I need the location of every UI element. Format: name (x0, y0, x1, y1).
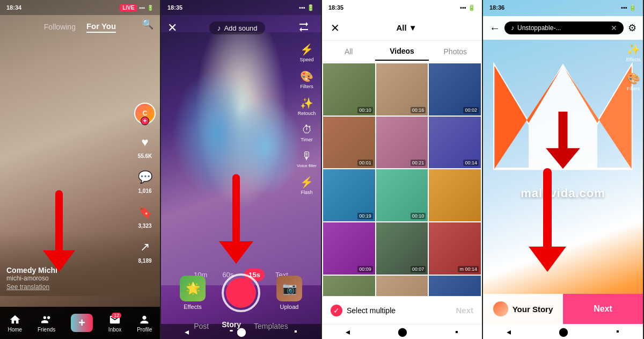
record-button[interactable] (222, 273, 260, 312)
status-icons-p4: ▪▪▪ 🔋 (621, 4, 636, 11)
add-video-button[interactable]: + (71, 314, 93, 332)
tab-templates[interactable]: Templates (254, 322, 288, 330)
nav-following[interactable]: Following (44, 23, 76, 31)
add-sound-label: Add sound (224, 24, 257, 32)
nav-home[interactable]: Home (8, 314, 22, 333)
comment-button[interactable]: 💬 1,016 (135, 168, 155, 194)
effects-button[interactable]: 🌟 Effects (180, 276, 206, 310)
nav-profile[interactable]: Profile (137, 314, 152, 333)
close-camera-button[interactable]: ✕ (167, 21, 177, 35)
gallery-thumb-4[interactable]: 00:21 (376, 117, 428, 169)
nav-square-p3[interactable]: ▪ (455, 327, 458, 337)
gallery-thumb-9[interactable]: 00:09 (323, 222, 375, 275)
svg-marker-12 (529, 247, 566, 272)
gallery-thumb-5[interactable]: 00:14 (429, 117, 481, 169)
close-gallery-button[interactable]: ✕ (331, 21, 340, 34)
filters-tool[interactable]: 🎨 Filters (300, 70, 313, 89)
comment-count: 1,016 (138, 188, 151, 194)
music-pill[interactable]: ♪ Unstoppable-... ✕ (504, 21, 624, 34)
bookmark-button[interactable]: 🔖 3,323 (135, 203, 155, 229)
gallery-grid: 00:1000:1600:0200:0100:2100:1400:1900:10… (322, 62, 482, 328)
story-icon (493, 301, 508, 316)
malavida-top-nav: ← ♪ Unstoppable-... ✕ ⚙ (483, 16, 643, 40)
retouch-tool[interactable]: ✨ Retouch (298, 97, 316, 116)
filters-label-p4: Filters (627, 86, 640, 91)
voice-filter-tool[interactable]: 🎙 Voice filter (297, 150, 317, 168)
camera-controls: 🌟 Effects 📷 Upload (161, 273, 321, 312)
tab-story[interactable]: Story (222, 320, 241, 331)
top-navigation: Following For You (0, 15, 160, 39)
nav-home-p3[interactable]: ⬤ (398, 327, 407, 337)
share-count: 8,189 (138, 258, 151, 264)
gallery-thumb-7[interactable]: 00:10 (376, 169, 428, 221)
nav-home-p4[interactable]: ⬤ (559, 327, 568, 337)
nav-foryou[interactable]: For You (86, 21, 116, 33)
speed-tool[interactable]: ⚡ Speed (300, 43, 314, 62)
add-sound-button[interactable]: ♪ Add sound (209, 21, 265, 34)
bookmark-icon: 🔖 (135, 203, 155, 222)
malavida-brand-text: malavida.com (521, 186, 605, 200)
speed-label: Speed (300, 57, 314, 62)
nav-back-p3[interactable]: ◂ (346, 327, 350, 337)
next-button-p4[interactable]: Next (563, 294, 643, 324)
select-multiple-button[interactable]: ✓ Select multiple (331, 305, 396, 316)
chevron-down-icon: ▼ (409, 23, 417, 32)
bottom-navigation: Home Friends + 12 Inbox Profile (0, 307, 160, 339)
gallery-thumb-0[interactable]: 00:10 (323, 63, 375, 116)
like-count: 55.6K (138, 153, 152, 159)
gallery-thumb-6[interactable]: 00:19 (323, 169, 375, 221)
translate-button[interactable]: See translation (6, 283, 57, 291)
upload-button[interactable]: 📷 Upload (276, 276, 302, 310)
tab-photos[interactable]: Photos (429, 47, 482, 60)
thumb-duration-4: 00:21 (411, 160, 426, 166)
gallery-thumb-11[interactable]: m 00:14 (429, 222, 481, 275)
gallery-thumb-8[interactable] (429, 169, 481, 221)
effects-icon: 🌟 (180, 276, 206, 301)
gallery-tabs: All Videos Photos (322, 41, 482, 62)
select-multiple-label: Select multiple (347, 306, 396, 315)
filters-tool-p4[interactable]: 🎨 Filters (627, 72, 640, 91)
live-badge: LIVE (120, 4, 137, 11)
follow-plus-icon: + (141, 117, 149, 125)
gallery-filter-selector[interactable]: All ▼ (396, 23, 416, 32)
share-button[interactable]: ↗ 8,189 (135, 237, 155, 264)
nav-back-p4[interactable]: ◂ (507, 327, 511, 337)
video-handle: michi-amoroso (6, 275, 57, 282)
nav-friends[interactable]: Friends (38, 314, 55, 333)
timer-tool[interactable]: ⏱ Timer (301, 124, 313, 142)
nav-inbox[interactable]: 12 Inbox (108, 314, 121, 333)
flash-tool[interactable]: ⚡ Flash (300, 176, 313, 195)
flip-top-icon[interactable] (297, 20, 314, 35)
music-close-icon[interactable]: ✕ (611, 24, 617, 32)
check-icon: ✓ (331, 305, 342, 316)
search-icon[interactable]: 🔍 (142, 18, 153, 30)
next-button-p3[interactable]: Next (456, 306, 473, 315)
settings-icon[interactable]: ⚙ (628, 22, 636, 34)
malavida-right-tools: ✨ Effects 🎨 Filters (626, 43, 641, 91)
like-button[interactable]: ♥ 55.6K (135, 133, 155, 159)
your-story-button[interactable]: Your Story (483, 301, 563, 316)
avatar: C + (134, 103, 156, 124)
gallery-thumb-3[interactable]: 00:01 (323, 117, 375, 169)
effects-label-p4: Effects (626, 57, 641, 62)
tab-all[interactable]: All (322, 47, 375, 60)
filters-icon: 🎨 (300, 70, 313, 83)
speed-icon: ⚡ (300, 43, 313, 56)
gallery-thumb-2[interactable]: 00:02 (429, 63, 481, 116)
bookmark-count: 3,323 (138, 223, 151, 229)
next-label-p4: Next (594, 304, 612, 314)
tab-videos[interactable]: Videos (375, 47, 428, 61)
avatar-container[interactable]: C + (134, 103, 156, 124)
panel-malavida: 18:36 ▪▪▪ 🔋 ← ♪ Unstoppable-... ✕ ⚙ mala… (483, 0, 644, 339)
thumb-duration-2: 00:02 (463, 107, 479, 113)
music-note-icon: ♪ (217, 24, 221, 32)
effects-tool-p4[interactable]: ✨ Effects (626, 43, 641, 62)
gallery-thumb-1[interactable]: 00:16 (376, 63, 428, 116)
thumb-duration-7: 00:10 (411, 213, 426, 219)
camera-right-tools: ⚡ Speed 🎨 Filters ✨ Retouch ⏱ Timer 🎙 Vo… (297, 43, 317, 195)
tab-post[interactable]: Post (194, 322, 209, 330)
nav-square-p4[interactable]: ▪ (616, 327, 619, 336)
back-arrow-button[interactable]: ← (489, 22, 500, 34)
gallery-thumb-10[interactable]: 00:07 (376, 222, 428, 275)
battery-icon: 🔋 (147, 5, 153, 11)
